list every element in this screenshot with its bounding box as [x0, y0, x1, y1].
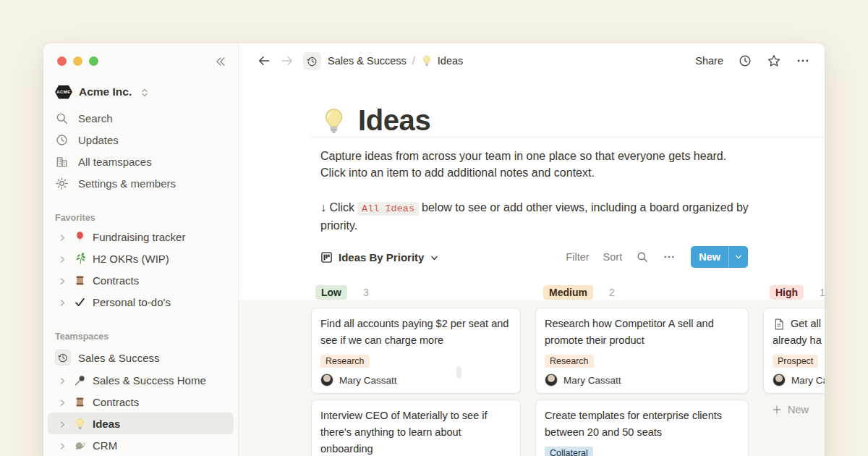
sidebar-item-h2-okrs[interactable]: H2 OKRs (WIP) — [48, 248, 234, 269]
lightbulb-icon — [73, 417, 87, 431]
breadcrumb-page-label: Ideas — [438, 55, 463, 67]
board-card[interactable]: Create templates for enterprise clients … — [535, 400, 749, 456]
breadcrumb-page[interactable]: Ideas — [421, 55, 463, 67]
view-toolbar: Ideas By Priority Filter Sort New — [320, 245, 748, 269]
chevron-right-icon[interactable] — [58, 418, 67, 430]
snail-icon — [73, 439, 87, 452]
chevron-right-icon[interactable] — [58, 296, 67, 308]
board-body: Find all accounts paying $2 per seat and… — [239, 300, 825, 456]
more-options-icon[interactable] — [663, 250, 676, 263]
share-button[interactable]: Share — [695, 55, 723, 67]
column-count: 3 — [363, 287, 369, 298]
sidebar-item-label: Fundraising tracker — [93, 231, 185, 243]
filter-button[interactable]: Filter — [566, 251, 589, 263]
sidebar-item-label: Updates — [78, 134, 119, 146]
zoom-window-button[interactable] — [89, 56, 98, 66]
column-header-low[interactable]: Low 3 — [315, 285, 369, 300]
sidebar-item-search[interactable]: Search — [48, 107, 234, 129]
board-card[interactable]: Interview CEO of Materially to see if th… — [311, 400, 521, 456]
board-card[interactable]: Get all already ha Prospect Mary Cassatt — [763, 308, 825, 394]
sidebar-item-contracts-teamspace[interactable]: Contracts — [48, 391, 234, 413]
page-lightbulb-icon[interactable] — [320, 107, 347, 134]
balloon-icon — [73, 230, 87, 244]
board-header-row: Low 3 Medium 2 High 1 — [239, 269, 825, 300]
back-arrow-icon[interactable] — [257, 54, 271, 68]
sidebar-item-sales-success[interactable]: Sales & Success — [48, 346, 234, 369]
sidebar-item-label: H2 OKRs (WIP) — [93, 253, 169, 265]
tag-research[interactable]: Research — [545, 355, 594, 368]
view-tab-ideas-by-priority[interactable]: Ideas By Priority — [320, 251, 439, 263]
card-title: Interview CEO of Materially to see if th… — [320, 408, 511, 456]
status-badge[interactable]: Low — [315, 285, 347, 300]
sidebar-item-settings-members[interactable]: Settings & members — [48, 172, 234, 194]
sidebar-item-label: Sales & Success — [78, 352, 160, 364]
sidebar-item-sales-success-home[interactable]: Sales & Success Home — [48, 369, 234, 391]
board-card[interactable]: Research how Competitor A sell and promo… — [535, 308, 749, 394]
updates-clock-icon[interactable] — [738, 54, 752, 68]
new-button-label[interactable]: New — [691, 246, 728, 268]
chevron-right-icon[interactable] — [58, 396, 67, 408]
card-title-line: Get all — [791, 316, 821, 332]
column-header-medium[interactable]: Medium 2 — [543, 285, 615, 300]
person-name: Mary Cassatt — [791, 375, 825, 386]
sidebar-item-all-teamspaces[interactable]: All teamspaces — [48, 151, 234, 172]
sidebar-item-label: Search — [78, 112, 113, 124]
card-title: Research how Competitor A sell and promo… — [545, 316, 739, 349]
status-badge[interactable]: High — [770, 285, 804, 300]
sidebar-item-label: Settings & members — [78, 177, 176, 190]
sidebar-item-label: CRM — [93, 439, 117, 452]
close-window-button[interactable] — [57, 56, 67, 66]
more-options-icon[interactable] — [796, 54, 810, 68]
column-header-high[interactable]: High 1 — [770, 285, 825, 300]
chevron-right-icon[interactable] — [58, 374, 67, 387]
column-count: 1 — [820, 287, 825, 298]
tip-inline-code: All Ideas — [357, 202, 419, 216]
chevron-down-icon[interactable] — [729, 246, 748, 268]
tag-research[interactable]: Research — [320, 355, 370, 368]
sidebar-collapse-icon[interactable] — [213, 54, 226, 68]
card-title: Find all accounts paying $2 per seat and… — [320, 316, 511, 349]
scroll-icon — [73, 274, 87, 287]
sidebar-item-personal-todos[interactable]: Personal to-do's — [48, 291, 234, 313]
sidebar-item-label: All teamspaces — [78, 156, 152, 168]
chevron-right-icon[interactable] — [58, 253, 67, 265]
sidebar-item-label: Contracts — [93, 274, 139, 287]
tip-paragraph: ↓ ClickAll Ideasbelow to see or add othe… — [320, 199, 760, 234]
chevron-right-icon[interactable] — [58, 274, 67, 287]
sidebar-item-ideas[interactable]: Ideas — [48, 413, 234, 434]
breadcrumb-teamspace-icon[interactable] — [303, 52, 321, 70]
tag-collateral[interactable]: Collateral — [545, 447, 593, 456]
sidebar-item-crm[interactable]: CRM — [48, 434, 234, 456]
workspace-name: Acme Inc. — [79, 85, 132, 98]
favorite-star-icon[interactable] — [767, 54, 781, 68]
sidebar-item-contracts-fav[interactable]: Contracts — [48, 269, 234, 291]
workspace-switcher[interactable]: ACME Acme Inc. — [49, 81, 232, 103]
workspace-logo: ACME — [55, 85, 72, 99]
chevron-right-icon[interactable] — [58, 439, 67, 452]
status-badge[interactable]: Medium — [543, 285, 593, 300]
chevron-down-icon — [430, 251, 439, 263]
board-column-medium: Research how Competitor A sell and promo… — [535, 308, 749, 456]
tag-prospect[interactable]: Prospect — [773, 355, 818, 368]
add-card-button[interactable]: New — [763, 400, 825, 420]
forward-arrow-icon[interactable] — [280, 54, 294, 68]
sidebar-item-updates[interactable]: Updates — [48, 129, 234, 151]
page-title: Ideas — [358, 104, 430, 137]
favorites-section-label: Favorites — [55, 213, 226, 223]
sort-button[interactable]: Sort — [603, 251, 623, 263]
sidebar-item-fundraising-tracker[interactable]: Fundraising tracker — [48, 226, 234, 248]
workspace-logo-text: ACME — [56, 90, 71, 94]
minimize-window-button[interactable] — [73, 56, 82, 66]
favorites-list: Fundraising tracker H2 OKRs (WIP) Contra… — [43, 226, 238, 313]
chevron-right-icon[interactable] — [58, 231, 67, 243]
breadcrumb-teamspace[interactable]: Sales & Success — [328, 55, 407, 67]
sidebar-item-label: Ideas — [93, 418, 120, 430]
board-card[interactable]: Find all accounts paying $2 per seat and… — [311, 308, 521, 394]
microphone-icon — [73, 373, 87, 387]
board-view-icon — [320, 251, 333, 263]
add-card-label: New — [788, 404, 809, 415]
scrollbar-thumb[interactable] — [456, 366, 461, 379]
search-icon[interactable] — [636, 250, 649, 263]
new-button[interactable]: New — [691, 246, 748, 268]
window-controls — [43, 43, 238, 66]
